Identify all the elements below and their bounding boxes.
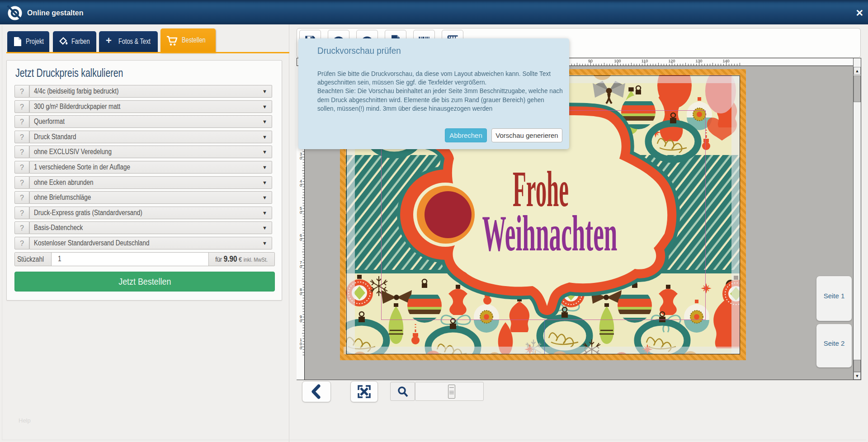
svg-text:110: 110: [642, 59, 648, 63]
svg-text:0: 0: [300, 237, 302, 242]
svg-text:0: 0: [300, 319, 302, 323]
svg-text:140: 140: [722, 59, 729, 63]
svg-text:0: 0: [300, 183, 302, 188]
svg-text:120: 120: [668, 59, 675, 63]
svg-text:130: 130: [695, 59, 702, 63]
svg-text:100: 100: [614, 59, 621, 63]
svg-text:0: 0: [300, 346, 302, 350]
svg-text:0: 0: [300, 210, 302, 215]
svg-text:0: 0: [300, 292, 302, 296]
svg-text:Weihnachten: Weihnachten: [482, 205, 618, 261]
svg-text:0: 0: [300, 156, 302, 160]
svg-text:0: 0: [300, 264, 302, 269]
svg-text:90: 90: [588, 59, 593, 63]
